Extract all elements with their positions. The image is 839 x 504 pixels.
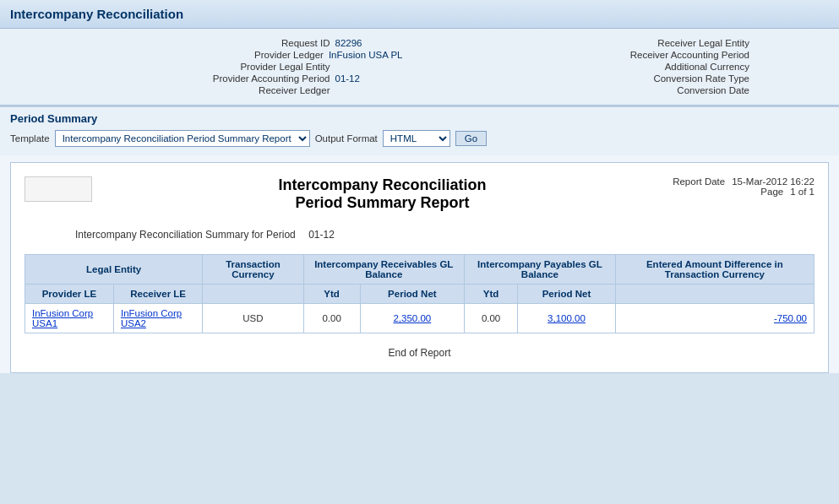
report-title-main: Intercompany Reconciliation <box>92 176 673 194</box>
param-label-receiver-accounting-period: Receiver Accounting Period <box>630 50 749 60</box>
col-sub-receiver-le: Receiver LE <box>113 285 202 304</box>
col-header-payables-gl: Intercompany Payables GL Balance <box>465 255 616 285</box>
col-sub-pay-period-net: Period Net <box>518 285 616 304</box>
cell-currency: USD <box>203 304 303 333</box>
param-value-request-id: 82296 <box>335 38 403 48</box>
param-provider-accounting-period: Provider Accounting Period 01-12 <box>17 73 403 84</box>
param-conversion-rate-type: Conversion Rate Type <box>437 73 823 84</box>
period-summary-title: Period Summary <box>10 112 829 125</box>
cell-provider-le: InFusion Corp USA1 <box>25 304 114 333</box>
logo-placeholder <box>25 176 92 202</box>
report-date-value: 15-Mar-2012 16:22 <box>732 176 814 187</box>
table-row: InFusion Corp USA1 InFusion Corp USA2 US… <box>25 304 814 333</box>
page-header: Intercompany Reconciliation <box>0 0 839 29</box>
param-value-provider-ledger: InFusion USA PL <box>329 50 403 60</box>
meta-row-date: Report Date 15-Mar-2012 16:22 <box>673 176 814 187</box>
report-title-center: Intercompany Reconciliation Period Summa… <box>92 176 673 212</box>
param-label-provider-ledger: Provider Ledger <box>254 50 324 60</box>
report-title-sub: Period Summary Report <box>92 194 673 212</box>
param-receiver-accounting-period: Receiver Accounting Period <box>437 49 823 61</box>
params-section: Request ID 82296 Provider Ledger InFusio… <box>0 29 839 106</box>
report-table: Legal Entity Transaction Currency Interc… <box>25 254 814 333</box>
diff-link[interactable]: -750.00 <box>774 313 807 323</box>
main-content: Request ID 82296 Provider Ledger InFusio… <box>0 29 839 373</box>
col-header-receivables-gl: Intercompany Receivables GL Balance <box>303 255 464 285</box>
params-right: Receiver Legal Entity Receiver Accountin… <box>437 37 823 96</box>
col-header-transaction-currency: Transaction Currency <box>203 255 303 285</box>
table-header-row2: Provider LE Receiver LE Ytd Period Net Y… <box>25 285 814 304</box>
col-header-legal-entity: Legal Entity <box>25 255 203 285</box>
template-select[interactable]: Intercompany Reconciliation Period Summa… <box>55 130 310 147</box>
cell-diff: -750.00 <box>615 304 814 333</box>
param-provider-legal-entity: Provider Legal Entity <box>17 61 403 73</box>
param-label-receiver-ledger: Receiver Ledger <box>259 85 330 95</box>
report-header-area: Intercompany Reconciliation Period Summa… <box>25 176 814 212</box>
param-label-receiver-legal-entity: Receiver Legal Entity <box>657 38 749 48</box>
param-label-additional-currency: Additional Currency <box>665 62 749 72</box>
col-sub-currency <box>203 285 303 304</box>
cell-pay-ytd: 0.00 <box>465 304 518 333</box>
table-header-row1: Legal Entity Transaction Currency Interc… <box>25 255 814 285</box>
cell-receiver-le: InFusion Corp USA2 <box>113 304 202 333</box>
params-left: Request ID 82296 Provider Ledger InFusio… <box>17 37 403 96</box>
col-sub-provider-le: Provider LE <box>25 285 114 304</box>
summary-period-label: Intercompany Reconciliation Summary for … <box>75 229 296 241</box>
param-label-conversion-rate-type: Conversion Rate Type <box>653 73 749 84</box>
report-meta: Report Date 15-Mar-2012 16:22 Page 1 of … <box>673 176 814 197</box>
param-request-id: Request ID 82296 <box>17 37 403 49</box>
recv-period-net-link[interactable]: 2,350.00 <box>393 313 431 323</box>
param-receiver-legal-entity: Receiver Legal Entity <box>437 37 823 49</box>
col-sub-recv-period-net: Period Net <box>360 285 464 304</box>
col-sub-pay-ytd: Ytd <box>465 285 518 304</box>
col-sub-diff <box>615 285 814 304</box>
page-title: Intercompany Reconciliation <box>10 7 183 21</box>
param-receiver-ledger: Receiver Ledger <box>17 84 403 96</box>
period-summary-section: Period Summary Template Intercompany Rec… <box>0 106 839 155</box>
param-value-provider-accounting-period: 01-12 <box>335 73 403 84</box>
col-sub-recv-ytd: Ytd <box>303 285 360 304</box>
param-conversion-date: Conversion Date <box>437 84 823 96</box>
template-label: Template <box>10 133 50 144</box>
receiver-le-link[interactable]: InFusion Corp USA2 <box>121 308 182 328</box>
report-page-label: Page <box>760 187 783 197</box>
end-of-report: End of Report <box>25 347 814 359</box>
go-button[interactable]: Go <box>455 131 487 146</box>
report-page-value: 1 of 1 <box>790 187 814 197</box>
param-label-provider-legal-entity: Provider Legal Entity <box>240 62 330 72</box>
cell-recv-ytd: 0.00 <box>303 304 360 333</box>
summary-period-value: 01-12 <box>308 229 335 241</box>
cell-recv-period-net: 2,350.00 <box>360 304 464 333</box>
meta-row-page: Page 1 of 1 <box>673 187 814 197</box>
params-grid: Request ID 82296 Provider Ledger InFusio… <box>17 37 822 96</box>
template-row: Template Intercompany Reconciliation Per… <box>10 130 829 147</box>
report-date-label: Report Date <box>673 176 725 187</box>
summary-period-line: Intercompany Reconciliation Summary for … <box>25 229 814 241</box>
param-label-request-id: Request ID <box>281 38 330 48</box>
report-container: Intercompany Reconciliation Period Summa… <box>10 162 829 373</box>
param-label-conversion-date: Conversion Date <box>677 85 749 95</box>
output-format-label: Output Format <box>315 133 378 144</box>
param-label-provider-accounting-period: Provider Accounting Period <box>213 73 330 84</box>
cell-pay-period-net: 3,100.00 <box>518 304 616 333</box>
col-header-entered-amount: Entered Amount Difference in Transaction… <box>615 255 814 285</box>
param-additional-currency: Additional Currency <box>437 61 823 73</box>
pay-period-net-link[interactable]: 3,100.00 <box>548 313 586 323</box>
param-provider-ledger: Provider Ledger InFusion USA PL <box>17 49 403 61</box>
output-format-select[interactable]: HTML <box>383 130 450 147</box>
provider-le-link[interactable]: InFusion Corp USA1 <box>32 308 93 328</box>
